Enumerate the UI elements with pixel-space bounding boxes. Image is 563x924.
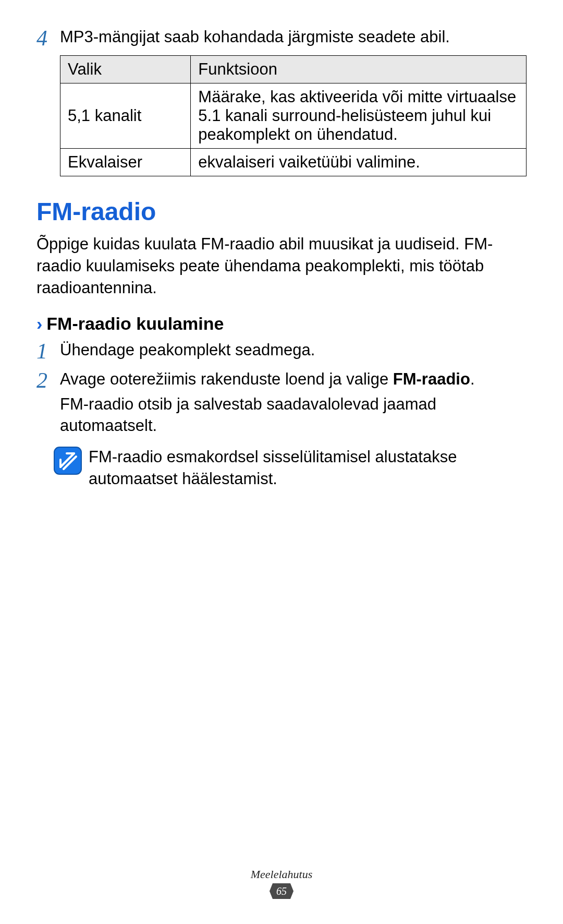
section-body: Õppige kuidas kuulata FM-raadio abil muu…: [36, 233, 527, 299]
note-text: FM-raadio esmakordsel sisselülitamisel a…: [89, 446, 527, 490]
table-header-cell: Funktsioon: [191, 56, 527, 83]
note: FM-raadio esmakordsel sisselülitamisel a…: [53, 446, 527, 490]
chevron-right-icon: ›: [36, 314, 42, 334]
step-number: 4: [36, 27, 60, 49]
table-cell: ekvalaiseri vaiketüübi valimine.: [191, 149, 527, 176]
table-header-cell: Valik: [60, 56, 191, 83]
table-cell: 5,1 kanalit: [60, 83, 191, 149]
page-footer: Meelelahutus 65: [0, 868, 563, 901]
step-text: Ühendage peakomplekt seadmega.: [60, 339, 527, 361]
section-heading-fm-raadio: FM-raadio: [36, 197, 527, 226]
table-cell: Määrake, kas aktiveerida või mitte virtu…: [191, 83, 527, 149]
step-number: 1: [36, 340, 60, 362]
table-cell: Ekvalaiser: [60, 149, 191, 176]
subsection-heading: › FM-raadio kuulamine: [36, 314, 527, 334]
page: 4 MP3-mängijat saab kohandada järgmiste …: [0, 0, 563, 924]
step-text-part: Avage ooterežiimis rakenduste loend ja v…: [60, 370, 393, 388]
subsection-title: FM-raadio kuulamine: [46, 314, 224, 334]
step-text: Avage ooterežiimis rakenduste loend ja v…: [60, 368, 527, 390]
table-row: 5,1 kanalit Määrake, kas aktiveerida või…: [60, 83, 527, 149]
table-header-row: Valik Funktsioon: [60, 56, 527, 83]
options-table-wrap: Valik Funktsioon 5,1 kanalit Määrake, ka…: [60, 55, 527, 176]
page-number: 65: [270, 883, 293, 899]
step-text-bold: FM-raadio: [393, 370, 470, 388]
footer-category: Meelelahutus: [0, 868, 563, 881]
step-1: 1 Ühendage peakomplekt seadmega.: [36, 339, 527, 362]
step-number: 2: [36, 369, 60, 391]
options-table: Valik Funktsioon 5,1 kanalit Määrake, ka…: [60, 55, 527, 176]
step-2: 2 Avage ooterežiimis rakenduste loend ja…: [36, 368, 527, 391]
table-row: Ekvalaiser ekvalaiseri vaiketüübi valimi…: [60, 149, 527, 176]
step-2-sub: FM-raadio otsib ja salvestab saadavalole…: [60, 393, 527, 437]
note-icon: [53, 446, 83, 477]
page-number-badge: 65: [270, 883, 293, 899]
step-text-part: .: [470, 370, 475, 388]
step-4: 4 MP3-mängijat saab kohandada järgmiste …: [36, 26, 527, 49]
step-text: MP3-mängijat saab kohandada järgmiste se…: [60, 26, 527, 48]
